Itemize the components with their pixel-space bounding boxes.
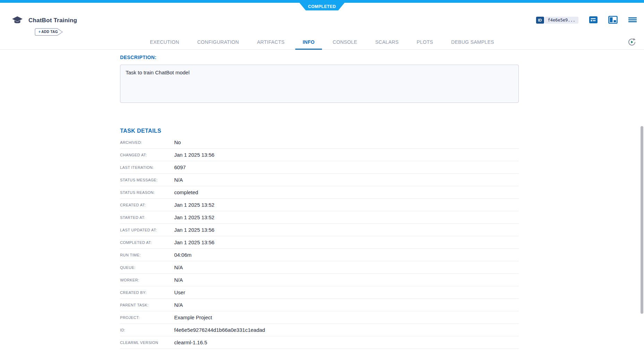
description-label: DESCRIPTION: xyxy=(120,55,644,60)
detail-value: clearml-1.16.5 xyxy=(174,339,207,345)
task-details-title: TASK DETAILS xyxy=(120,128,644,134)
tab-console[interactable]: CONSOLE xyxy=(324,35,366,49)
detail-value: N/A xyxy=(174,264,183,270)
detail-row: COMPLETED AT:Jan 1 2025 13:56 xyxy=(120,236,519,249)
detail-row: CLEARML VERSIONclearml-1.16.5 xyxy=(120,336,519,349)
header-actions: ID f4e6e5e9... xyxy=(536,15,637,25)
graduation-cap-icon xyxy=(12,16,23,26)
menu-button[interactable] xyxy=(628,16,637,24)
detail-row: PARENT TASK:N/A xyxy=(120,299,519,311)
tab-scalars[interactable]: SCALARS xyxy=(366,35,407,49)
detail-row: STATUS REASON:completed xyxy=(120,186,519,199)
detail-row: CHANGED AT:Jan 1 2025 13:56 xyxy=(120,149,519,161)
detail-label: WORKER: xyxy=(120,278,174,282)
plus-icon: + xyxy=(39,30,41,34)
detail-value: Jan 1 2025 13:56 xyxy=(174,152,214,158)
tab-configuration[interactable]: CONFIGURATION xyxy=(188,35,248,49)
detail-value: f4e6e5e9276244d1b66a0e331c1eadad xyxy=(174,327,265,333)
detail-label: CREATED BY: xyxy=(120,290,174,295)
tab-plots[interactable]: PLOTS xyxy=(408,35,442,49)
detail-row: STARTED AT:Jan 1 2025 13:52 xyxy=(120,211,519,224)
detail-row: QUEUE:N/A xyxy=(120,261,519,274)
status-ribbon: COMPLETED xyxy=(299,3,345,10)
detail-label: PARENT TASK: xyxy=(120,303,174,307)
id-badge: ID xyxy=(536,17,544,24)
detail-label: STATUS MESSAGE: xyxy=(120,178,174,182)
detail-row: LAST ITERATION:6097 xyxy=(120,161,519,174)
detail-value: 04:06m xyxy=(174,252,192,258)
detail-label: STATUS REASON: xyxy=(120,190,174,195)
detail-value: Example Project xyxy=(174,314,212,320)
detail-label: ARCHIVED: xyxy=(120,140,174,145)
split-view-icon xyxy=(608,16,618,25)
description-textarea[interactable]: Task to train ChatBot model xyxy=(120,65,519,103)
info-panel: DESCRIPTION: Task to train ChatBot model… xyxy=(0,55,644,349)
detail-label: COMPLETED AT: xyxy=(120,240,174,245)
detail-value: N/A xyxy=(174,302,183,308)
detail-label: LAST UPDATED AT: xyxy=(120,228,174,232)
scrollbar-thumb[interactable] xyxy=(641,126,643,314)
detail-value: No xyxy=(174,139,181,145)
detail-row: RUN TIME:04:06m xyxy=(120,249,519,261)
detail-label: QUEUE: xyxy=(120,265,174,270)
tab-artifacts[interactable]: ARTIFACTS xyxy=(248,35,294,49)
detail-row: PROJECT:Example Project xyxy=(120,311,519,324)
hamburger-menu-icon xyxy=(628,16,637,24)
detail-label: CLEARML VERSION xyxy=(120,340,174,345)
detail-value: N/A xyxy=(174,277,183,283)
detail-row: WORKER:N/A xyxy=(120,274,519,286)
detail-value: Jan 1 2025 13:52 xyxy=(174,214,214,220)
detail-label: CREATED AT: xyxy=(120,203,174,207)
detail-value: User xyxy=(174,289,185,295)
detail-value: Jan 1 2025 13:56 xyxy=(174,227,214,233)
detail-label: STARTED AT: xyxy=(120,215,174,220)
split-view-button[interactable] xyxy=(608,16,618,25)
tab-info[interactable]: INFO xyxy=(294,35,324,49)
detail-row: LAST UPDATED AT:Jan 1 2025 13:56 xyxy=(120,224,519,236)
refresh-play-icon xyxy=(627,42,636,48)
task-details-table: ARCHIVED:NoCHANGED AT:Jan 1 2025 13:56LA… xyxy=(120,136,519,349)
description-text: Task to train ChatBot model xyxy=(126,69,189,75)
detail-row: ARCHIVED:No xyxy=(120,136,519,149)
detail-value: 6097 xyxy=(174,164,186,170)
id-value-pill: f4e6e5e9... xyxy=(545,17,578,24)
detail-label: RUN TIME: xyxy=(120,253,174,257)
detail-row: STATUS MESSAGE:N/A xyxy=(120,174,519,186)
detail-row: ID:f4e6e5e9276244d1b66a0e331c1eadad xyxy=(120,324,519,336)
task-title: ChatBot Training xyxy=(28,17,77,24)
details-panel-button[interactable] xyxy=(589,15,598,25)
detail-row: CREATED BY:User xyxy=(120,286,519,299)
auto-refresh-button[interactable] xyxy=(627,38,636,47)
detail-label: CHANGED AT: xyxy=(120,153,174,157)
detail-label: PROJECT: xyxy=(120,315,174,320)
detail-value: completed xyxy=(174,189,198,195)
detail-label: ID: xyxy=(120,328,174,332)
detail-value: N/A xyxy=(174,177,183,183)
top-status-bar xyxy=(0,0,644,3)
detail-row: CREATED AT:Jan 1 2025 13:52 xyxy=(120,199,519,211)
details-lines-icon xyxy=(589,15,598,25)
tab-bar: EXECUTIONCONFIGURATIONARTIFACTSINFOCONSO… xyxy=(0,35,644,50)
tab-execution[interactable]: EXECUTION xyxy=(141,35,188,49)
add-tag-label: +ADD TAG xyxy=(39,30,58,34)
detail-value: Jan 1 2025 13:56 xyxy=(174,239,214,245)
detail-label: LAST ITERATION: xyxy=(120,165,174,170)
task-id-chip[interactable]: ID f4e6e5e9... xyxy=(536,17,578,24)
tab-debug-samples[interactable]: DEBUG SAMPLES xyxy=(442,35,503,49)
detail-value: Jan 1 2025 13:52 xyxy=(174,202,214,208)
